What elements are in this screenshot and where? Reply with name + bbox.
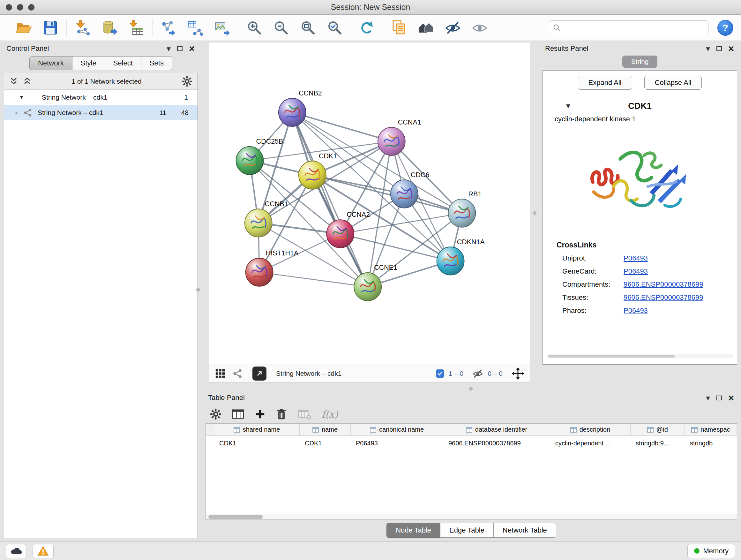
scrollbar-thumb[interactable]: [548, 355, 675, 358]
splitter-handle[interactable]: [469, 387, 473, 390]
save-session-button[interactable]: [42, 17, 59, 38]
network-row-selected[interactable]: ● String Network – cdk1 11 48: [4, 105, 198, 120]
results-horizontal-scrollbar[interactable]: [547, 354, 733, 358]
help-button[interactable]: ?: [718, 20, 733, 36]
search-input[interactable]: [563, 23, 704, 32]
panel-collapse-icon[interactable]: ▾: [166, 45, 171, 53]
zoom-selected-button[interactable]: [326, 17, 344, 38]
splitter-handle[interactable]: [196, 288, 200, 292]
panel-float-icon[interactable]: [717, 46, 722, 51]
network-node[interactable]: CCNB2: [279, 89, 322, 126]
selected-checkbox-icon[interactable]: [436, 369, 444, 378]
birdseye-view-icon[interactable]: [215, 368, 226, 379]
column-label: name: [322, 426, 338, 433]
collapse-all-networks-icon[interactable]: [23, 77, 31, 86]
table-horizontal-scrollbar[interactable]: [206, 514, 737, 519]
crosslink-link[interactable]: P06493: [623, 307, 648, 315]
minimize-window-button[interactable]: [17, 4, 23, 10]
zoom-fit-button[interactable]: [299, 17, 317, 38]
tab-sets[interactable]: Sets: [141, 56, 172, 70]
network-node[interactable]: HIST1H1A: [246, 249, 299, 287]
import-network-from-database-button[interactable]: [100, 17, 118, 38]
crosslink-link[interactable]: 9606.ENSP00000378699: [623, 280, 703, 289]
hide-graphics-details-button[interactable]: [444, 17, 462, 38]
network-node[interactable]: CDC6: [391, 171, 429, 208]
export-image-button[interactable]: [213, 17, 231, 38]
crosslink-link[interactable]: 9606.ENSP00000378699: [623, 294, 703, 302]
tab-edge-table[interactable]: Edge Table: [441, 523, 494, 538]
show-columns-icon[interactable]: [232, 408, 245, 420]
delete-table-icon[interactable]: [297, 408, 312, 420]
open-external-button[interactable]: [253, 367, 266, 381]
close-window-button[interactable]: [6, 4, 12, 10]
panel-float-icon[interactable]: [177, 46, 183, 51]
tab-style[interactable]: Style: [72, 56, 105, 70]
network-node[interactable]: RB1: [448, 190, 482, 227]
network-node[interactable]: CCNA1: [378, 118, 421, 155]
network-edge[interactable]: [259, 272, 368, 287]
tab-string[interactable]: String: [622, 56, 658, 68]
crosslink-link[interactable]: P06493: [623, 254, 648, 262]
show-graphics-details-button[interactable]: [471, 17, 488, 38]
network-node[interactable]: CDK1: [299, 152, 337, 189]
column-header-id[interactable]: @id: [630, 424, 685, 435]
home-button[interactable]: [417, 17, 435, 38]
share-network-icon[interactable]: [232, 368, 243, 379]
panel-close-icon[interactable]: ×: [728, 393, 734, 403]
apply-layout-button[interactable]: [358, 17, 376, 38]
panel-close-icon[interactable]: ×: [189, 44, 195, 54]
panel-collapse-icon[interactable]: ▾: [706, 45, 710, 53]
network-node[interactable]: CDC25B: [236, 137, 283, 175]
document-copy-icon: [391, 19, 408, 36]
panel-collapse-icon[interactable]: ▾: [706, 394, 710, 402]
search-box[interactable]: [549, 20, 709, 35]
zoom-out-button[interactable]: [272, 17, 290, 38]
delete-column-trash-icon[interactable]: [276, 408, 287, 421]
function-builder-icon[interactable]: f(x): [322, 409, 338, 420]
column-header-namespace[interactable]: namespac: [685, 424, 737, 435]
tree-disclosure-icon[interactable]: ▼: [19, 94, 30, 101]
open-session-button[interactable]: [15, 17, 32, 38]
splitter-handle[interactable]: [533, 211, 536, 215]
column-header-canonical-name[interactable]: canonical name: [351, 424, 443, 435]
network-canvas[interactable]: CCNB2CCNA1CDC25BCDK1CDC6RB1CCNB1CCNA2CDK…: [209, 42, 530, 365]
tab-network[interactable]: Network: [29, 56, 72, 70]
expand-all-button[interactable]: Expand All: [578, 76, 632, 90]
section-caret-icon[interactable]: ▼: [565, 102, 571, 110]
pan-move-icon[interactable]: [512, 367, 524, 380]
gene-section-header[interactable]: ▼ CDK1: [547, 98, 733, 114]
gear-icon[interactable]: [182, 76, 192, 87]
column-header-name[interactable]: name: [300, 424, 351, 435]
network-edge[interactable]: [292, 112, 367, 287]
table-settings-gear-icon[interactable]: [210, 408, 221, 420]
expand-all-networks-icon[interactable]: [9, 77, 18, 86]
column-header-description[interactable]: description: [550, 424, 630, 435]
node-table: shared name name canonical name database…: [205, 423, 737, 520]
zoom-window-button[interactable]: [28, 4, 35, 10]
export-table-button[interactable]: [186, 17, 204, 38]
memory-button[interactable]: Memory: [687, 544, 735, 558]
zoom-in-button[interactable]: [246, 17, 263, 38]
panel-close-icon[interactable]: ×: [728, 44, 734, 54]
cloud-button[interactable]: [6, 544, 27, 558]
tab-node-table[interactable]: Node Table: [387, 523, 441, 538]
collapse-all-button[interactable]: Collapse All: [644, 76, 702, 90]
hidden-eye-slash-icon[interactable]: [472, 368, 483, 379]
add-column-plus-icon[interactable]: [255, 409, 266, 420]
column-header-shared-name[interactable]: shared name: [214, 424, 300, 435]
table-row[interactable]: CDK1 CDK1 P06493 9606.ENSP00000378699 cy…: [206, 436, 737, 450]
import-table-button[interactable]: [127, 17, 145, 38]
panel-float-icon[interactable]: [717, 395, 722, 400]
import-network-button[interactable]: [74, 17, 91, 38]
tab-select[interactable]: Select: [105, 56, 141, 70]
warnings-button[interactable]: [32, 544, 54, 558]
crosslink-link[interactable]: P06493: [623, 267, 648, 275]
network-collection-row[interactable]: ▼ String Network – cdk1 1: [4, 90, 198, 105]
network-node[interactable]: CDKN1A: [437, 238, 485, 275]
copy-document-button[interactable]: [390, 17, 408, 38]
column-header-database-identifier[interactable]: database identifier: [443, 424, 550, 435]
export-network-button[interactable]: [159, 17, 178, 38]
tab-network-table[interactable]: Network Table: [494, 523, 556, 538]
network-graph[interactable]: CCNB2CCNA1CDC25BCDK1CDC6RB1CCNB1CCNA2CDK…: [209, 43, 530, 365]
scrollbar-thumb[interactable]: [208, 515, 263, 519]
